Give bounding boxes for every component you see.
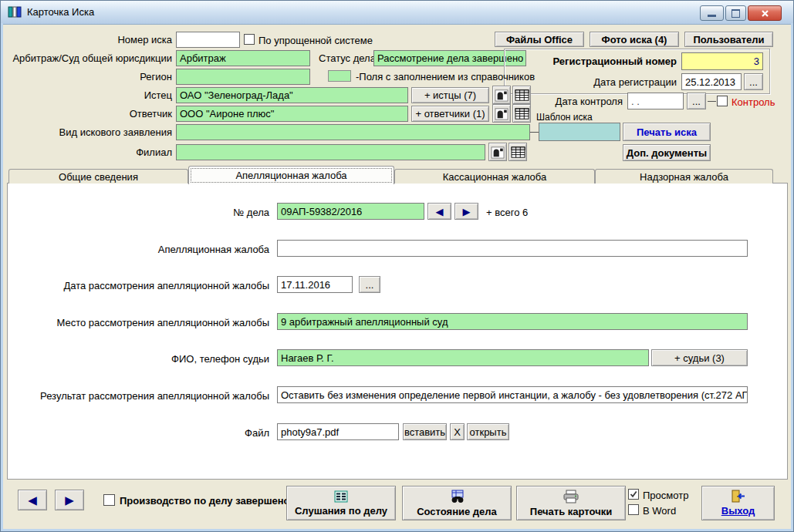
extra-docs-button[interactable]: Доп. документы <box>623 144 711 161</box>
defendant-field[interactable]: ООО "Аироне плюс" <box>176 106 408 122</box>
file-clear-button[interactable]: X <box>450 423 465 440</box>
review-place-field[interactable]: 9 арбитражный апелляционный суд <box>277 313 748 330</box>
claim-number-field[interactable] <box>176 32 240 48</box>
case-finished-checkbox[interactable] <box>103 494 115 506</box>
maximize-button[interactable] <box>725 5 746 21</box>
users-button[interactable]: Пользователи <box>684 32 773 47</box>
court-label: Арбитраж/Суд общей юрисдикции <box>1 52 172 64</box>
case-total-text: + всего 6 <box>486 207 528 218</box>
result-label: Результат рассмотрения апелляционной жал… <box>1 390 269 402</box>
claim-type-label: Вид искового заявления <box>1 126 172 138</box>
review-date-label: Дата рассмотрения апелляционной жалобы <box>16 280 269 291</box>
case-next-button[interactable]: ▶ <box>454 203 478 220</box>
registration-date-label: Дата регистрации <box>510 76 677 88</box>
exit-button-label: Выход <box>721 505 755 517</box>
tab-cassation[interactable]: Кассационная жалоба <box>394 169 595 184</box>
plaintiffs-list-button[interactable]: + истцы (7) <box>411 87 489 103</box>
print-claim-button[interactable]: Печать иска <box>623 123 711 141</box>
tab-general[interactable]: Общие сведения <box>8 169 188 184</box>
judge-label: ФИО, телефон судьи <box>16 353 269 365</box>
region-field[interactable] <box>176 69 310 85</box>
appeal-label: Апелляционная жалоба <box>47 244 269 255</box>
result-field[interactable]: Оставить без изменения определение перво… <box>277 386 748 403</box>
word-checkbox-label: В Word <box>643 505 676 517</box>
file-insert-button[interactable]: вставить <box>403 423 447 440</box>
maximize-icon <box>731 9 740 18</box>
plaintiff-table-button[interactable] <box>512 86 531 104</box>
camera-icon <box>495 89 508 102</box>
control-connector-line <box>708 101 716 102</box>
region-label: Регион <box>1 71 172 82</box>
judges-list-button[interactable]: + судьи (3) <box>651 349 748 366</box>
case-number-label: № дела <box>78 207 269 218</box>
table-icon <box>515 89 529 102</box>
table-icon <box>511 146 525 159</box>
tab-appeal[interactable]: Апелляционная жалоба <box>188 166 394 184</box>
appeal-field[interactable] <box>277 240 748 257</box>
template-field[interactable] <box>539 123 620 141</box>
arrow-left-icon: ◀ <box>28 494 37 506</box>
close-icon <box>761 9 769 18</box>
file-field[interactable]: photy9a7.pdf <box>277 423 399 440</box>
registration-date-field[interactable]: 25.12.2013 <box>681 73 742 90</box>
preview-checkbox-label: Просмотр <box>643 490 688 501</box>
branch-photo-button[interactable] <box>488 143 507 161</box>
review-date-field[interactable]: 17.11.2016 <box>277 276 353 293</box>
case-state-button[interactable]: Состояние дела <box>402 486 512 520</box>
print-card-button[interactable]: Печать карточки <box>516 486 626 520</box>
legend-text: -Поля с заполнением из справочников <box>356 71 535 82</box>
exit-button[interactable]: Выход <box>701 486 775 520</box>
hearings-button[interactable]: Слушания по делу <box>286 486 396 520</box>
claim-type-field[interactable] <box>176 124 530 140</box>
claim-number-label: Номер иска <box>1 34 172 45</box>
control-checkbox[interactable] <box>717 96 728 106</box>
branch-table-button[interactable] <box>508 143 527 161</box>
plaintiff-field[interactable]: ОАО "Зеленоград-Лада" <box>176 87 408 103</box>
file-open-button[interactable]: открыть <box>467 423 509 440</box>
exit-door-icon <box>731 490 746 503</box>
status-label: Статус дела <box>319 52 376 64</box>
minimize-button[interactable] <box>700 5 724 21</box>
defendant-table-button[interactable] <box>512 104 531 123</box>
titlebar: Карточка Иска <box>1 1 793 25</box>
books-icon <box>8 5 22 21</box>
arrow-left-icon: ◀ <box>436 207 444 217</box>
defendant-photo-button[interactable] <box>492 104 511 123</box>
plaintiff-photo-button[interactable] <box>492 86 511 104</box>
camera-icon <box>495 107 508 120</box>
defendants-list-button[interactable]: + ответчики (1) <box>411 106 489 122</box>
preview-checkbox[interactable] <box>628 489 639 500</box>
photo-button[interactable]: Фото иска (4) <box>590 32 679 47</box>
record-next-button[interactable]: ▶ <box>55 490 84 510</box>
case-prev-button[interactable]: ◀ <box>427 203 451 220</box>
tab-supervisory[interactable]: Надзорная жалоба <box>595 169 773 184</box>
case-number-field[interactable]: 09АП-59382/2016 <box>277 203 424 220</box>
court-field[interactable]: Арбитраж <box>176 50 310 66</box>
template-label: Шаблон иска <box>536 112 593 123</box>
case-state-button-label: Состояние дела <box>417 506 497 517</box>
control-date-field[interactable]: . . <box>627 93 684 109</box>
hearings-button-label: Слушания по делу <box>295 505 387 517</box>
control-date-picker-button[interactable]: ... <box>687 93 706 109</box>
registration-number-field[interactable]: 3 <box>681 52 763 70</box>
case-card-window: Карточка Иска Номер иска По упрощенной с… <box>0 0 794 532</box>
arrow-right-icon: ▶ <box>463 207 471 217</box>
case-finished-checkbox-label: Производство по делу завершено <box>120 495 290 507</box>
hearings-grid-icon <box>334 490 348 503</box>
minimize-icon <box>708 15 716 17</box>
branch-field[interactable] <box>176 144 485 160</box>
file-label: Файл <box>16 427 269 439</box>
word-checkbox[interactable] <box>628 504 639 515</box>
simplified-checkbox[interactable] <box>244 34 255 45</box>
check-icon <box>630 490 637 498</box>
registration-number-label: Регистрационный номер <box>510 56 677 67</box>
arrow-right-icon: ▶ <box>65 494 74 506</box>
simplified-checkbox-label: По упрощенной системе <box>258 35 373 46</box>
files-office-button[interactable]: Файлы Office <box>495 32 584 47</box>
registration-date-picker-button[interactable]: ... <box>744 73 763 90</box>
camera-icon <box>491 146 505 159</box>
close-button[interactable] <box>748 5 782 21</box>
record-prev-button[interactable]: ◀ <box>18 490 47 510</box>
judge-field[interactable]: Нагаев Р. Г. <box>277 349 649 366</box>
review-date-picker-button[interactable]: ... <box>359 276 380 293</box>
